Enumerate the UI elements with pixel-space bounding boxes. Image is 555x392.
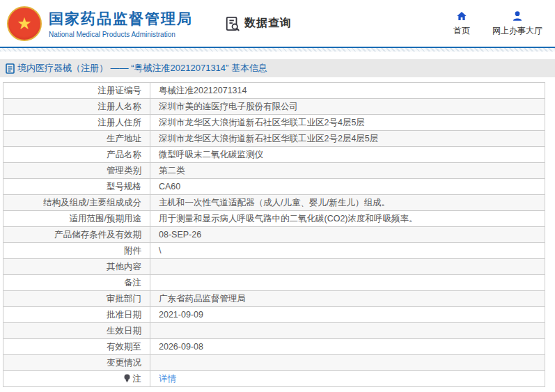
field-value: 主机和一次性气道适配器（成人/儿童、婴儿/新生儿）组成。 — [150, 195, 545, 211]
table-row: 注册证编号 粤械注准20212071314 — [3, 83, 545, 99]
user-icon — [512, 10, 523, 22]
field-label: 批准日期 — [3, 307, 150, 323]
field-label-text: 附件 — [124, 246, 141, 256]
table-row: 型号规格 CA60 — [3, 179, 545, 195]
field-label-text: 注册人名称 — [98, 102, 142, 111]
org-name-cn: 国家药品监督管理局 — [49, 9, 193, 29]
field-label: 型号规格 — [3, 179, 150, 195]
field-label-text: 注册人住所 — [98, 118, 142, 127]
field-label: 产品储存条件及有效期 — [3, 227, 150, 243]
field-value-text: 深圳市美的连医疗电子股份有限公司 — [159, 102, 298, 111]
field-label: 注 — [3, 371, 150, 387]
national-emblem-icon: ★ — [7, 6, 42, 41]
field-label-text: 有效期至 — [107, 342, 141, 352]
table-row: 生产地址 深圳市龙华区大浪街道新石社区华联工业区2号2层4层5层 — [3, 131, 545, 147]
field-label: 适用范围/预期用途 — [3, 211, 150, 227]
top-nav: 首页 网上办事大厅 — [453, 10, 542, 37]
home-icon — [456, 10, 467, 22]
field-label: 其他内容 — [3, 259, 150, 275]
table-row: 适用范围/预期用途 用于测量和显示病人呼吸气路中的二氧化碳(CO2)浓度和呼吸频… — [3, 211, 545, 227]
table-row: 附件 \ — [3, 243, 545, 259]
field-label-text: 适用范围/预期用途 — [70, 214, 141, 224]
field-label-text: 生效日期 — [107, 326, 141, 336]
field-value: 详情 — [150, 371, 545, 387]
header: ★ 国家药品监督管理局 National Medical Products Ad… — [0, 0, 555, 47]
nav-home[interactable]: 首页 — [453, 10, 470, 37]
field-value — [150, 323, 545, 339]
field-value-text: 用于测量和显示病人呼吸气路中的二氧化碳(CO2)浓度和呼吸频率。 — [159, 214, 418, 224]
field-value-text: 粤械注准20212071314 — [159, 86, 247, 95]
field-label-text: 产品名称 — [107, 150, 141, 159]
nmpa-logo: ★ 国家药品监督管理局 National Medical Products Ad… — [7, 6, 193, 41]
field-label-text: 注册证编号 — [98, 86, 142, 95]
field-value-text: 08-SEP-26 — [159, 230, 201, 240]
field-label-text: 批准日期 — [107, 310, 141, 320]
field-label-text: 审批部门 — [107, 294, 141, 304]
org-name-en: National Medical Products Administration — [49, 31, 193, 38]
field-value-text: CA60 — [159, 182, 180, 191]
field-value: \ — [150, 243, 545, 259]
table-row: 结构及组成/主要组成成分 主机和一次性气道适配器（成人/儿童、婴儿/新生儿）组成… — [3, 195, 545, 211]
page-title: 境内医疗器械（注册） —— “粤械注准20212071314” 基本信息 — [17, 62, 267, 75]
registration-info-table: 注册证编号 粤械注准20212071314 注册人名称 深圳市美的连医疗电子股份… — [3, 82, 545, 387]
field-label: 注册人住所 — [3, 115, 150, 131]
field-value — [150, 275, 545, 291]
field-value: 2021-09-09 — [150, 307, 545, 323]
field-value: 深圳市龙华区大浪街道新石社区华联工业区2号2层4层5层 — [150, 131, 545, 147]
field-value — [150, 259, 545, 275]
field-value: 用于测量和显示病人呼吸气路中的二氧化碳(CO2)浓度和呼吸频率。 — [150, 211, 545, 227]
field-value-text: 主机和一次性气道适配器（成人/儿童、婴儿/新生儿）组成。 — [159, 198, 390, 207]
data-query-section: 数据查询 — [225, 16, 292, 31]
field-value: 粤械注准20212071314 — [150, 83, 545, 99]
detail-link[interactable]: 详情 — [159, 374, 176, 384]
field-value-text: 2021-09-09 — [159, 310, 203, 320]
field-label: 注册人名称 — [3, 99, 150, 115]
field-value: 深圳市龙华区大浪街道新石社区华联工业区2号4层5层 — [150, 115, 545, 131]
field-label-text: 产品储存条件及有效期 — [54, 230, 141, 240]
header-hatch-strip — [0, 48, 555, 52]
field-value: CA60 — [150, 179, 545, 195]
field-label-text: 备注 — [124, 278, 141, 288]
nav-service-hall[interactable]: 网上办事大厅 — [492, 10, 542, 37]
field-label-text: 管理类别 — [107, 166, 141, 175]
nav-home-label: 首页 — [453, 25, 470, 37]
field-value-text: 2026-09-08 — [159, 342, 203, 352]
table-row: 注册人住所 深圳市龙华区大浪街道新石社区华联工业区2号4层5层 — [3, 115, 545, 131]
field-label: 审批部门 — [3, 291, 150, 307]
table-row: 其他内容 — [3, 259, 545, 275]
field-value: 第二类 — [150, 163, 545, 179]
field-label: 有效期至 — [3, 339, 150, 355]
field-value-text: 广东省药品监督管理局 — [159, 294, 246, 304]
field-label: 备注 — [3, 275, 150, 291]
table-row: 有效期至 2026-09-08 — [3, 339, 545, 355]
field-label: 产品名称 — [3, 147, 150, 163]
field-value-text: 第二类 — [159, 166, 185, 175]
field-label-text: 型号规格 — [107, 182, 141, 191]
table-row: 产品名称 微型呼吸末二氧化碳监测仪 — [3, 147, 545, 163]
table-row: 注册人名称 深圳市美的连医疗电子股份有限公司 — [3, 99, 545, 115]
title-bar: 境内医疗器械（注册） —— “粤械注准20212071314” 基本信息 — [0, 59, 555, 77]
field-value: 深圳市美的连医疗电子股份有限公司 — [150, 99, 545, 115]
nav-service-hall-label: 网上办事大厅 — [492, 25, 542, 37]
field-label-text: 变更情况 — [107, 358, 141, 368]
field-label-text: 其他内容 — [107, 262, 141, 272]
field-value — [150, 355, 545, 371]
field-label-text: 结构及组成/主要组成成分 — [43, 198, 141, 207]
field-label: 管理类别 — [3, 163, 150, 179]
field-label: 结构及组成/主要组成成分 — [3, 195, 150, 211]
table-row: 产品储存条件及有效期 08-SEP-26 — [3, 227, 545, 243]
document-icon — [6, 63, 15, 74]
field-label: 注册证编号 — [3, 83, 150, 99]
table-row: 批准日期 2021-09-09 — [3, 307, 545, 323]
field-value: 2026-09-08 — [150, 339, 545, 355]
field-label: 生效日期 — [3, 323, 150, 339]
table-row: 变更情况 — [3, 355, 545, 371]
table-row: 备注 — [3, 275, 545, 291]
info-table-body: 注册证编号 粤械注准20212071314 注册人名称 深圳市美的连医疗电子股份… — [3, 83, 545, 387]
field-value-text: 深圳市龙华区大浪街道新石社区华联工业区2号4层5层 — [159, 118, 365, 127]
field-label: 生产地址 — [3, 131, 150, 147]
field-value: 广东省药品监督管理局 — [150, 291, 545, 307]
field-value-text: \ — [159, 246, 161, 256]
bulb-icon — [123, 374, 131, 383]
field-label: 变更情况 — [3, 355, 150, 371]
